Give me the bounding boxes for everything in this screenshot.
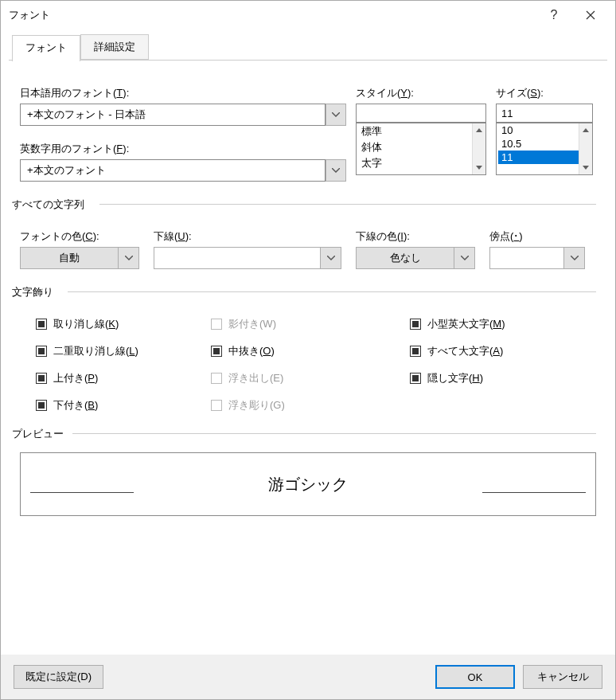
font-color-label: フォントの色(C): <box>20 229 139 244</box>
strike-checkbox[interactable]: 取り消し線(K) <box>36 317 211 331</box>
scrollbar[interactable] <box>579 123 592 174</box>
font-panel: 日本語用のフォント(T): +本文のフォント - 日本語 英数字用のフォント(F… <box>9 61 607 524</box>
list-item[interactable]: 11 <box>498 151 591 164</box>
hidden-checkbox[interactable]: 隠し文字(H) <box>410 371 577 385</box>
en-font-combo[interactable]: +本文のフォント <box>20 159 346 182</box>
preview-text: 游ゴシック <box>268 474 348 495</box>
list-item[interactable]: 10.5 <box>498 137 591 151</box>
allcaps-checkbox[interactable]: すべて大文字(A) <box>410 344 577 358</box>
tab-strip: フォント 詳細設定 <box>9 34 607 61</box>
emphasis-label: 傍点(･) <box>489 229 585 244</box>
list-item[interactable]: 斜体 <box>358 139 484 155</box>
style-input[interactable] <box>356 104 486 123</box>
smallcaps-checkbox[interactable]: 小型英大文字(M) <box>410 317 577 331</box>
preview-box: 游ゴシック <box>20 452 596 516</box>
ok-button[interactable]: OK <box>435 665 515 689</box>
dialog-content: フォント 詳細設定 日本語用のフォント(T): +本文のフォント - 日本語 英… <box>1 29 615 655</box>
emphasis-combo[interactable] <box>489 247 585 269</box>
set-default-button[interactable]: 既定に設定(D) <box>14 665 103 689</box>
jp-font-label: 日本語用のフォント(T): <box>20 86 346 100</box>
style-label: スタイル(Y): <box>356 86 486 100</box>
list-item[interactable]: 太字 <box>358 155 484 171</box>
en-font-value: +本文のフォント <box>20 159 326 182</box>
window-title: フォント <box>9 8 536 22</box>
size-input[interactable]: 11 <box>496 104 593 123</box>
list-item[interactable]: 標準 <box>358 123 484 139</box>
chevron-down-icon <box>454 247 475 269</box>
size-listbox[interactable]: 10 10.5 11 <box>496 123 593 175</box>
superscript-checkbox[interactable]: 上付き(P) <box>36 371 211 385</box>
scroll-up-icon[interactable] <box>473 123 485 137</box>
titlebar: フォント ? <box>1 1 615 29</box>
all-text-row: フォントの色(C): 自動 下線(U): 下線の色(I): <box>20 229 596 269</box>
chevron-down-icon <box>326 159 346 182</box>
subscript-checkbox[interactable]: 下付き(B) <box>36 398 211 413</box>
size-label: サイズ(S): <box>496 86 593 100</box>
group-preview: プレビュー <box>9 427 67 441</box>
chevron-down-icon <box>326 104 346 126</box>
list-item[interactable]: 10 <box>498 123 591 137</box>
underline-color-value: 色なし <box>356 247 454 269</box>
scroll-down-icon[interactable] <box>579 161 592 174</box>
font-color-value: 自動 <box>20 247 119 269</box>
tab-advanced[interactable]: 詳細設定 <box>80 34 149 60</box>
font-color-combo[interactable]: 自動 <box>20 247 139 269</box>
chevron-down-icon <box>564 247 585 269</box>
underline-style-label: 下線(U): <box>154 229 341 244</box>
underline-color-label: 下線の色(I): <box>356 229 475 244</box>
double-strike-checkbox[interactable]: 二重取り消し線(L) <box>36 344 211 358</box>
scroll-up-icon[interactable] <box>579 123 592 137</box>
outline-checkbox[interactable]: 中抜き(O) <box>211 344 410 358</box>
en-font-label: 英数字用のフォント(F): <box>20 142 346 156</box>
cancel-button[interactable]: キャンセル <box>523 665 602 689</box>
underline-style-value <box>154 247 321 269</box>
engrave-checkbox: 浮き彫り(G) <box>211 398 410 413</box>
chevron-down-icon <box>321 247 341 269</box>
scrollbar[interactable] <box>472 123 485 174</box>
emphasis-value <box>489 247 564 269</box>
help-button[interactable]: ? <box>536 3 572 27</box>
underline-style-combo[interactable] <box>154 247 341 269</box>
underline-color-combo[interactable]: 色なし <box>356 247 475 269</box>
font-dialog: フォント ? フォント 詳細設定 日本語用のフォント(T): +本文のフォント … <box>0 0 616 700</box>
jp-font-value: +本文のフォント - 日本語 <box>20 104 326 126</box>
close-icon <box>586 10 595 20</box>
emboss-checkbox: 浮き出し(E) <box>211 371 410 385</box>
group-effects: 文字飾り <box>9 285 57 299</box>
close-button[interactable] <box>572 3 609 27</box>
tab-font[interactable]: フォント <box>12 35 80 61</box>
scroll-down-icon[interactable] <box>473 161 485 174</box>
footer: 既定に設定(D) OK キャンセル <box>1 655 615 699</box>
group-all-text: すべての文字列 <box>9 197 88 212</box>
chevron-down-icon <box>119 247 139 269</box>
jp-font-combo[interactable]: +本文のフォント - 日本語 <box>20 104 346 126</box>
style-listbox[interactable]: 標準 斜体 太字 <box>356 123 486 175</box>
shadow-checkbox: 影付き(W) <box>211 317 410 331</box>
